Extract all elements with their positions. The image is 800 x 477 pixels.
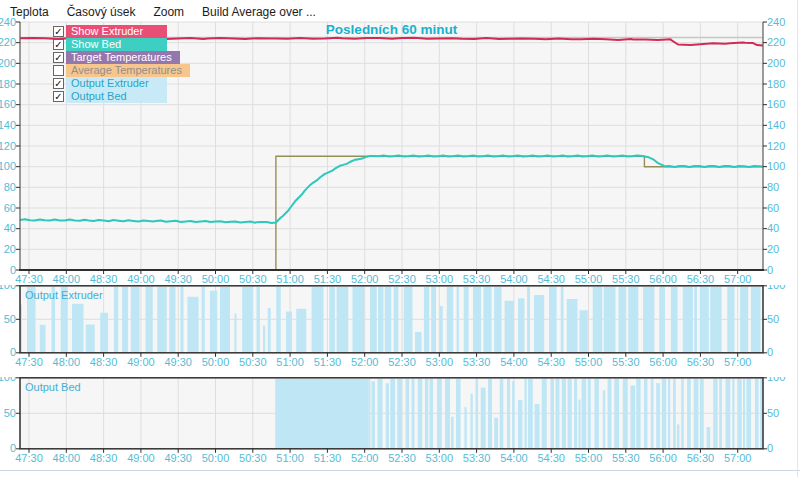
svg-text:50:00: 50:00 [202, 356, 230, 368]
svg-text:40: 40 [767, 222, 779, 234]
window-border-right [797, 0, 798, 477]
svg-text:50:30: 50:30 [239, 273, 267, 285]
legend-item-show-bed[interactable]: ✓Show Bed [53, 38, 190, 51]
svg-text:55:30: 55:30 [612, 273, 640, 285]
svg-text:50: 50 [4, 407, 16, 419]
svg-text:180: 180 [767, 78, 785, 90]
legend-label: Show Bed [66, 38, 167, 51]
output-extruder-bars [20, 287, 761, 353]
svg-text:100: 100 [767, 285, 785, 291]
svg-text:40: 40 [4, 222, 16, 234]
window-border-bottom [0, 470, 800, 471]
legend-label: Output Extruder [66, 77, 167, 90]
legend-label: Average Temperatures [66, 64, 190, 77]
panel-title: Output Bed [25, 381, 81, 393]
svg-text:55:00: 55:00 [575, 452, 603, 464]
svg-text:60: 60 [767, 202, 779, 214]
svg-text:54:00: 54:00 [500, 273, 528, 285]
svg-text:100: 100 [767, 377, 785, 383]
svg-text:50: 50 [767, 313, 779, 325]
svg-text:200: 200 [0, 57, 16, 69]
svg-text:100: 100 [0, 285, 16, 291]
svg-text:50:30: 50:30 [239, 452, 267, 464]
svg-text:54:00: 54:00 [500, 452, 528, 464]
svg-text:20: 20 [4, 243, 16, 255]
svg-text:48:30: 48:30 [90, 356, 118, 368]
svg-text:48:00: 48:00 [53, 356, 81, 368]
svg-text:53:30: 53:30 [463, 452, 491, 464]
svg-text:50:00: 50:00 [202, 452, 230, 464]
svg-text:52:00: 52:00 [351, 273, 379, 285]
svg-text:53:00: 53:00 [426, 452, 454, 464]
svg-text:47:30: 47:30 [15, 273, 43, 285]
svg-text:54:30: 54:30 [537, 273, 565, 285]
legend-item-target-temperatures[interactable]: ✓Target Temperatures [53, 51, 190, 64]
legend-item-output-extruder[interactable]: ✓Output Extruder [53, 77, 190, 90]
svg-text:220: 220 [767, 36, 785, 48]
legend-item-output-bed[interactable]: ✓Output Bed [53, 90, 190, 103]
x-axis-labels: 47:3048:0048:3049:0049:3050:0050:3051:00… [15, 452, 751, 464]
checkbox-average-temperatures[interactable] [53, 65, 64, 76]
svg-text:52:30: 52:30 [388, 273, 416, 285]
svg-text:100: 100 [0, 160, 16, 172]
svg-text:120: 120 [767, 140, 785, 152]
svg-text:56:00: 56:00 [649, 273, 677, 285]
svg-text:160: 160 [0, 98, 16, 110]
svg-text:100: 100 [767, 160, 785, 172]
svg-text:53:00: 53:00 [426, 356, 454, 368]
svg-text:56:30: 56:30 [687, 273, 715, 285]
svg-text:100: 100 [0, 377, 16, 383]
svg-text:48:00: 48:00 [53, 273, 81, 285]
svg-text:120: 120 [0, 140, 16, 152]
svg-text:51:30: 51:30 [314, 273, 342, 285]
svg-text:220: 220 [0, 36, 16, 48]
output-extruder-chart[interactable]: Output Extruder00505010010047:3048:0048:… [0, 285, 800, 377]
svg-text:50:00: 50:00 [202, 273, 230, 285]
svg-text:48:30: 48:30 [90, 273, 118, 285]
svg-text:200: 200 [767, 57, 785, 69]
svg-text:53:30: 53:30 [463, 356, 491, 368]
menu-item-teplota[interactable]: Teplota [10, 5, 49, 19]
menubar: TeplotaČasový úsekZoomBuild Average over… [10, 5, 316, 19]
panel-title: Output Extruder [25, 289, 103, 301]
legend-label: Target Temperatures [66, 51, 180, 64]
svg-text:49:30: 49:30 [164, 273, 192, 285]
menu-item-asov-sek[interactable]: Časový úsek [67, 5, 136, 19]
svg-text:48:30: 48:30 [90, 452, 118, 464]
menu-item-build-average-over[interactable]: Build Average over ... [202, 5, 316, 19]
legend-panel: ✓Show Extruder✓Show Bed✓Target Temperatu… [53, 25, 190, 103]
svg-text:49:30: 49:30 [164, 452, 192, 464]
svg-text:55:00: 55:00 [575, 273, 603, 285]
svg-text:56:00: 56:00 [649, 356, 677, 368]
svg-text:57:00: 57:00 [724, 356, 752, 368]
svg-text:50:30: 50:30 [239, 356, 267, 368]
legend-item-show-extruder[interactable]: ✓Show Extruder [53, 25, 190, 38]
svg-text:56:00: 56:00 [649, 452, 677, 464]
legend-label: Output Bed [66, 90, 167, 103]
svg-text:140: 140 [767, 119, 785, 131]
svg-text:52:30: 52:30 [388, 452, 416, 464]
chart-title: Posledních 60 minut [326, 22, 458, 37]
temperature-graph-window: TeplotaČasový úsekZoomBuild Average over… [0, 0, 800, 477]
svg-text:51:30: 51:30 [314, 452, 342, 464]
svg-text:48:00: 48:00 [53, 452, 81, 464]
svg-text:54:00: 54:00 [500, 356, 528, 368]
checkbox-output-extruder[interactable]: ✓ [53, 78, 64, 89]
output-bed-chart[interactable]: Output Bed00505010010047:3048:0048:3049:… [0, 377, 800, 471]
svg-text:54:30: 54:30 [537, 452, 565, 464]
svg-text:47:30: 47:30 [15, 452, 43, 464]
svg-text:160: 160 [767, 98, 785, 110]
svg-text:60: 60 [4, 202, 16, 214]
checkbox-show-bed[interactable]: ✓ [53, 39, 64, 50]
svg-text:54:30: 54:30 [537, 356, 565, 368]
checkbox-output-bed[interactable]: ✓ [53, 91, 64, 102]
menu-item-zoom[interactable]: Zoom [153, 5, 184, 19]
svg-text:57:00: 57:00 [724, 273, 752, 285]
svg-text:56:30: 56:30 [687, 452, 715, 464]
legend-item-average-temperatures[interactable]: Average Temperatures [53, 64, 190, 77]
svg-text:55:00: 55:00 [575, 356, 603, 368]
svg-text:51:00: 51:00 [276, 273, 304, 285]
svg-text:Posledních 60 minut: Posledních 60 minut [326, 22, 458, 37]
checkbox-target-temperatures[interactable]: ✓ [53, 52, 64, 63]
checkbox-show-extruder[interactable]: ✓ [53, 26, 64, 37]
